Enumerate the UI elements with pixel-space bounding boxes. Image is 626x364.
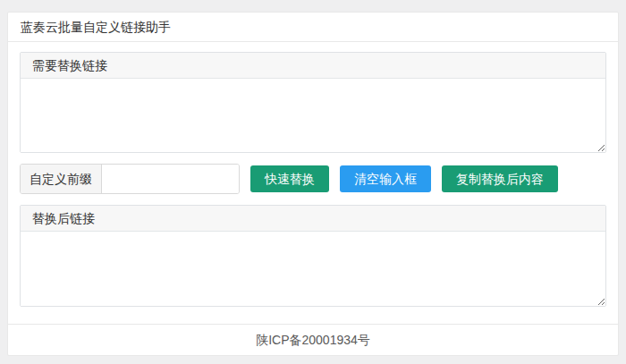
prefix-input[interactable] <box>102 165 239 193</box>
card-body: 需要替换链接 自定义前缀 快速替换 清空输入框 复制替换后内容 替换后链接 <box>8 42 618 324</box>
clear-input-button[interactable]: 清空输入框 <box>340 165 431 192</box>
result-panel: 替换后链接 <box>20 205 606 307</box>
result-panel-header: 替换后链接 <box>21 206 605 232</box>
page-title: 蓝奏云批量自定义链接助手 <box>8 13 618 42</box>
copy-result-button[interactable]: 复制替换后内容 <box>442 165 558 192</box>
quick-replace-button[interactable]: 快速替换 <box>250 165 329 192</box>
prefix-label: 自定义前缀 <box>21 165 102 193</box>
app-card: 蓝奏云批量自定义链接助手 需要替换链接 自定义前缀 快速替换 清空输入框 复制替… <box>7 12 619 356</box>
controls-row: 自定义前缀 快速替换 清空输入框 复制替换后内容 <box>20 164 606 194</box>
prefix-input-group: 自定义前缀 <box>20 164 240 194</box>
icp-record-text: 陕ICP备20001934号 <box>256 333 370 347</box>
footer: 陕ICP备20001934号 <box>8 324 618 355</box>
source-panel-header: 需要替换链接 <box>21 53 605 79</box>
source-links-textarea[interactable] <box>21 79 605 152</box>
source-panel: 需要替换链接 <box>20 52 606 153</box>
result-links-textarea[interactable] <box>21 232 605 306</box>
